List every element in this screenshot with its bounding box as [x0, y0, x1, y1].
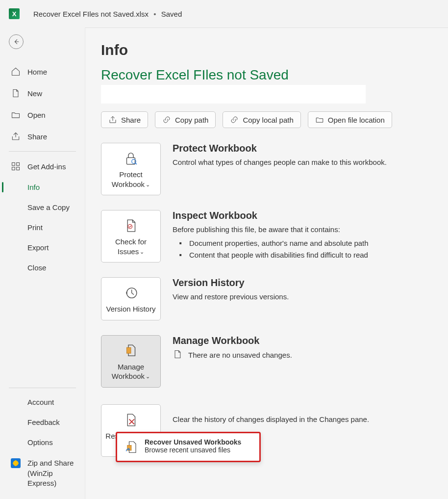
- history-icon: [123, 285, 139, 301]
- nav-home-label: Home: [27, 68, 47, 76]
- chevron-down-icon: ⌄: [146, 373, 150, 380]
- share-icon: [108, 115, 117, 124]
- nav-new[interactable]: New: [0, 82, 85, 104]
- inspect-bullet: Content that people with disabilities fi…: [173, 249, 448, 261]
- svg-rect-0: [12, 163, 15, 166]
- inspect-bullet: Document properties, author's name and a…: [173, 237, 448, 249]
- excel-app-icon: X: [9, 8, 20, 19]
- nav-feedback-label: Feedback: [27, 418, 60, 426]
- document-title: Recover Excel FIles not Saved: [101, 67, 448, 83]
- nav-print-label: Print: [27, 223, 43, 232]
- manage-status: There are no unsaved changes.: [188, 351, 292, 359]
- reset-desc: Clear the history of changes displayed i…: [173, 414, 448, 425]
- open-file-location-button[interactable]: Open file location: [308, 111, 392, 128]
- nav-options[interactable]: Options: [0, 432, 85, 452]
- file-icon: [11, 88, 21, 98]
- nav-close-label: Close: [27, 263, 46, 272]
- nav-savecopy-label: Save a Copy: [27, 203, 70, 211]
- lock-icon: [123, 150, 139, 167]
- reset-icon: [123, 412, 139, 428]
- nav-account[interactable]: Account: [0, 392, 85, 412]
- svg-rect-3: [17, 167, 20, 170]
- protect-workbook-button[interactable]: Protect Workbook⌄: [101, 143, 161, 195]
- divider: [9, 151, 76, 152]
- check-issues-button[interactable]: Check for Issues⌄: [101, 210, 161, 263]
- nav-home[interactable]: Home: [0, 61, 85, 82]
- sidebar: Home New Open Share Get Add-ins Info Sav…: [0, 27, 85, 499]
- link-icon: [230, 115, 239, 124]
- separator: •: [153, 10, 156, 18]
- main-content: Info Recover Excel FIles not Saved Share…: [85, 27, 448, 499]
- recover-file-icon: [124, 440, 139, 455]
- link-icon: [162, 115, 171, 124]
- protect-desc: Control what types of changes people can…: [173, 157, 448, 168]
- nav-info[interactable]: Info: [0, 177, 85, 197]
- version-heading: Version History: [173, 277, 448, 289]
- copy-path-button[interactable]: Copy path: [155, 111, 216, 128]
- titlebar-text: Recover Excel FIles not Saved.xlsx • Sav…: [33, 10, 182, 18]
- svg-rect-1: [17, 163, 20, 166]
- nav-export[interactable]: Export: [0, 237, 85, 258]
- nav-new-label: New: [27, 89, 42, 98]
- nav-share[interactable]: Share: [0, 126, 85, 147]
- nav-options-label: Options: [27, 438, 53, 446]
- chevron-down-icon: ⌄: [140, 248, 144, 255]
- copy-local-label: Copy local path: [243, 116, 293, 124]
- version-desc: View and restore previous versions.: [173, 291, 448, 303]
- manage-workbook-button[interactable]: Manage Workbook⌄: [101, 335, 161, 388]
- page-title: Info: [101, 42, 448, 58]
- recover-unsaved-popup[interactable]: Recover Unsaved Workbooks Browse recent …: [116, 432, 261, 462]
- nav-addins-label: Get Add-ins: [27, 162, 66, 171]
- copy-path-label: Copy path: [175, 116, 208, 124]
- inspect-desc: Before publishing this file, be aware th…: [173, 224, 448, 236]
- grid-icon: [11, 161, 21, 171]
- nav-info-label: Info: [27, 183, 40, 191]
- popup-subtitle: Browse recent unsaved files: [145, 446, 241, 454]
- share-button[interactable]: Share: [101, 111, 148, 128]
- nav-savecopy[interactable]: Save a Copy: [0, 197, 85, 217]
- nav-open-label: Open: [27, 111, 46, 119]
- nav-account-label: Account: [27, 398, 54, 406]
- copy-local-path-button[interactable]: Copy local path: [223, 111, 300, 128]
- nav-zip-label: Zip and Share (WinZip Express): [27, 458, 76, 488]
- nav-addins[interactable]: Get Add-ins: [0, 156, 85, 177]
- document-icon: [173, 349, 182, 361]
- back-button[interactable]: [9, 34, 24, 49]
- save-status: Saved: [161, 10, 182, 18]
- inspect-section: Check for Issues⌄ Inspect Workbook Befor…: [101, 210, 448, 263]
- nav-zip-share[interactable]: Zip and Share (WinZip Express): [0, 452, 85, 494]
- doc-filename: Recover Excel FIles not Saved.xlsx: [33, 10, 149, 18]
- folder-icon: [315, 115, 324, 124]
- manage-workbook-icon: [123, 342, 139, 359]
- protect-btn-label: Protect Workbook: [112, 170, 145, 188]
- chevron-down-icon: ⌄: [146, 181, 150, 188]
- check-document-icon: [123, 217, 139, 234]
- document-path-bar: [101, 85, 366, 104]
- popup-title: Recover Unsaved Workbooks: [145, 438, 241, 446]
- manage-btn-label: Manage Workbook: [112, 363, 145, 381]
- nav-close[interactable]: Close: [0, 258, 85, 278]
- nav-share-label: Share: [27, 132, 47, 141]
- svg-rect-2: [12, 167, 15, 170]
- winzip-icon: [11, 458, 21, 468]
- protect-section: Protect Workbook⌄ Protect Workbook Contr…: [101, 143, 448, 195]
- nav-feedback[interactable]: Feedback: [0, 412, 85, 432]
- protect-heading: Protect Workbook: [173, 143, 448, 154]
- action-row: Share Copy path Copy local path Open fil…: [101, 111, 448, 128]
- version-btn-label: Version History: [106, 304, 156, 314]
- svg-rect-8: [127, 347, 131, 353]
- home-icon: [11, 67, 21, 77]
- inspect-heading: Inspect Workbook: [173, 210, 448, 221]
- open-loc-label: Open file location: [328, 116, 385, 124]
- divider: [9, 388, 76, 388]
- folder-open-icon: [11, 110, 21, 120]
- arrow-left-icon: [12, 38, 20, 46]
- manage-section: Manage Workbook⌄ Manage Workbook There a…: [101, 335, 448, 388]
- titlebar: X Recover Excel FIles not Saved.xlsx • S…: [0, 0, 448, 27]
- manage-heading: Manage Workbook: [173, 335, 448, 346]
- nav-print[interactable]: Print: [0, 217, 85, 237]
- nav-export-label: Export: [27, 243, 49, 252]
- nav-open[interactable]: Open: [0, 104, 85, 126]
- share-icon: [11, 131, 21, 141]
- version-history-button[interactable]: Version History: [101, 277, 161, 320]
